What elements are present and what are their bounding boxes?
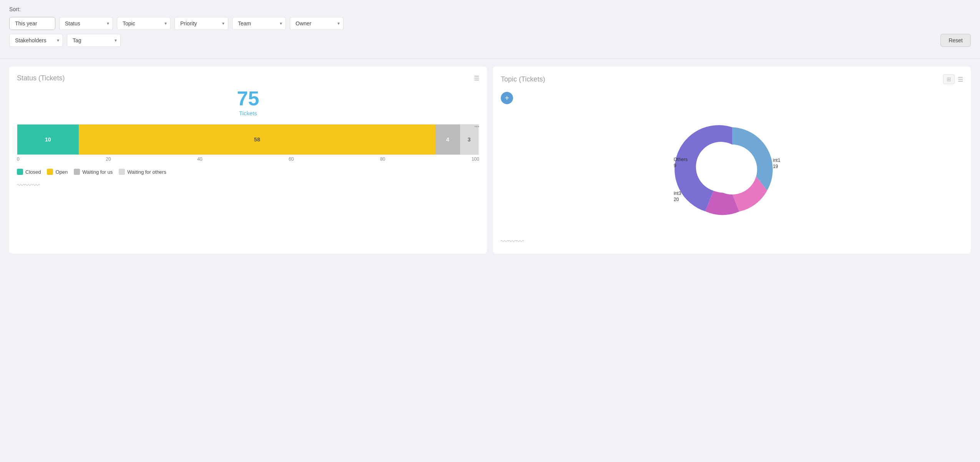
status-panel-title: Status (Tickets): [17, 74, 65, 82]
topic-panel-header: Topic (Tickets) ⊞ ☰: [501, 74, 963, 84]
legend-waiting-us: Waiting for us: [74, 169, 113, 175]
status-filter-wrapper: Status ▾: [59, 17, 113, 30]
priority-filter-wrapper: Priority ▾: [174, 17, 228, 30]
topic-wave-icon: 〰〰〰: [501, 237, 963, 246]
label-int1-val: 19: [773, 164, 778, 169]
tag-select[interactable]: Tag: [67, 34, 121, 47]
status-panel-header: Status (Tickets) ☰: [17, 74, 479, 82]
wave-icon: 〰〰〰: [17, 181, 479, 190]
legend-waiting-us-label: Waiting for us: [82, 169, 113, 175]
bar-closed: 10: [17, 125, 79, 155]
bar-options-icon[interactable]: •••: [474, 124, 479, 130]
label-others-val: 9: [674, 163, 676, 168]
status-list-icon[interactable]: ☰: [474, 75, 479, 82]
legend-closed-dot: [17, 169, 23, 175]
label-int3-val: 20: [674, 197, 679, 202]
x-axis-80: 80: [380, 156, 385, 162]
topic-panel: Topic (Tickets) ⊞ ☰ +: [493, 66, 971, 254]
label-others: Others: [674, 157, 688, 162]
legend-waiting-others-label: Waiting for others: [127, 169, 166, 175]
priority-select[interactable]: Priority: [174, 17, 228, 30]
add-topic-button[interactable]: +: [501, 92, 513, 104]
status-panel: Status (Tickets) ☰ 75 Tickets ••• 10 58 …: [9, 66, 487, 254]
filter-row-1: This year Status ▾ Topic ▾ Priority ▾ Te…: [9, 17, 971, 30]
label-int1: int1: [773, 158, 781, 163]
bar-chart-area: ••• 10 58 4 3 0 20 40 60 80 100: [17, 124, 479, 163]
status-select[interactable]: Status: [59, 17, 113, 30]
team-select[interactable]: Team: [232, 17, 286, 30]
legend-waiting-us-dot: [74, 169, 80, 175]
reset-button[interactable]: Reset: [940, 34, 971, 47]
bar-open: 58: [79, 125, 435, 155]
legend: Closed Open Waiting for us Waiting for o…: [17, 169, 479, 175]
x-axis-40: 40: [197, 156, 202, 162]
owner-filter-wrapper: Owner ▾: [290, 17, 344, 30]
bar-grid: ••• 10 58 4 3 0 20 40 60 80 100: [17, 124, 479, 163]
x-axis-20: 20: [106, 156, 111, 162]
year-select[interactable]: This year: [9, 17, 55, 30]
legend-closed: Closed: [17, 169, 41, 175]
donut-chart: int1 19 Others 9 int3 20: [671, 116, 794, 223]
stakeholders-select[interactable]: Stakeholders: [9, 34, 63, 47]
x-axis-0: 0: [17, 156, 20, 162]
team-filter-wrapper: Team ▾: [232, 17, 286, 30]
tickets-count-area: 75 Tickets: [17, 88, 479, 116]
tag-filter-wrapper: Tag ▾: [67, 34, 121, 47]
stakeholders-filter-wrapper: Stakeholders ▾: [9, 34, 63, 47]
topic-panel-title: Topic (Tickets): [501, 75, 545, 83]
x-axis: 0 20 40 60 80 100: [17, 155, 479, 163]
legend-waiting-others-dot: [119, 169, 125, 175]
legend-open: Open: [47, 169, 68, 175]
year-filter-wrapper: This year: [9, 17, 55, 30]
owner-select[interactable]: Owner: [290, 17, 344, 30]
topic-list-icon[interactable]: ☰: [958, 76, 963, 83]
bar-container: 10 58 4 3: [17, 124, 479, 155]
filter-row-2: Stakeholders ▾ Tag ▾ Reset: [9, 34, 971, 47]
legend-closed-label: Closed: [25, 169, 41, 175]
label-int3: int3: [674, 191, 681, 196]
x-axis-60: 60: [289, 156, 294, 162]
bar-waiting-us: 4: [435, 125, 460, 155]
charts-area: Status (Tickets) ☰ 75 Tickets ••• 10 58 …: [0, 59, 980, 261]
sort-label: Sort:: [9, 6, 971, 12]
legend-open-dot: [47, 169, 53, 175]
sort-bar: Sort: This year Status ▾ Topic ▾ Priorit…: [0, 0, 980, 59]
donut-wrapper: int1 19 Others 9 int3 20: [501, 108, 963, 231]
legend-waiting-others: Waiting for others: [119, 169, 166, 175]
expand-icon[interactable]: ⊞: [943, 74, 955, 84]
tickets-label: Tickets: [17, 110, 479, 116]
legend-open-label: Open: [55, 169, 68, 175]
x-axis-100: 100: [472, 156, 479, 162]
topic-filter-wrapper: Topic ▾: [117, 17, 171, 30]
topic-panel-actions: ⊞ ☰: [943, 74, 963, 84]
tickets-number: 75: [17, 88, 479, 108]
topic-select[interactable]: Topic: [117, 17, 171, 30]
donut-hole: [707, 145, 757, 194]
